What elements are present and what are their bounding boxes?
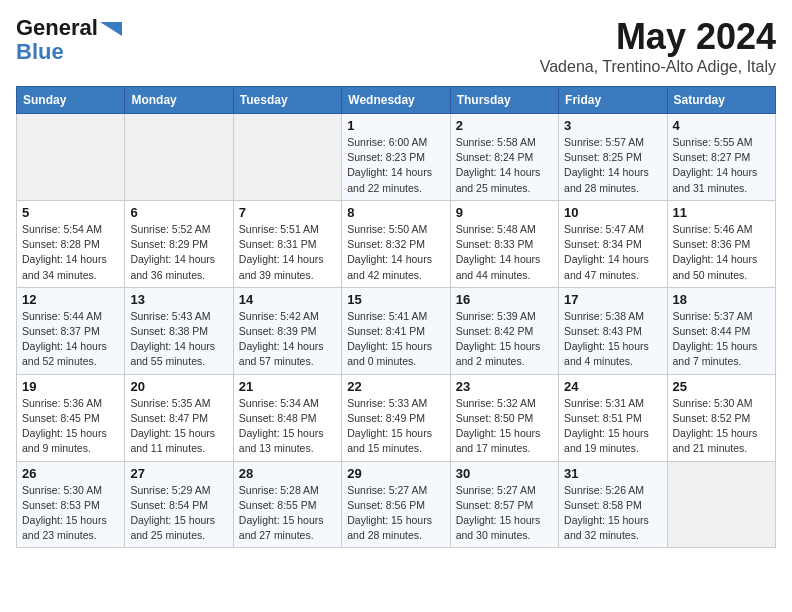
day-info: Sunrise: 5:44 AMSunset: 8:37 PMDaylight:… bbox=[22, 309, 119, 370]
calendar-cell: 25Sunrise: 5:30 AMSunset: 8:52 PMDayligh… bbox=[667, 374, 775, 461]
calendar-cell bbox=[125, 114, 233, 201]
day-number: 17 bbox=[564, 292, 661, 307]
calendar-cell bbox=[17, 114, 125, 201]
calendar-header-wednesday: Wednesday bbox=[342, 87, 450, 114]
day-info: Sunrise: 5:57 AMSunset: 8:25 PMDaylight:… bbox=[564, 135, 661, 196]
day-number: 3 bbox=[564, 118, 661, 133]
calendar-cell: 28Sunrise: 5:28 AMSunset: 8:55 PMDayligh… bbox=[233, 461, 341, 548]
day-info: Sunrise: 5:50 AMSunset: 8:32 PMDaylight:… bbox=[347, 222, 444, 283]
day-number: 8 bbox=[347, 205, 444, 220]
calendar-cell: 5Sunrise: 5:54 AMSunset: 8:28 PMDaylight… bbox=[17, 200, 125, 287]
calendar-week-row: 5Sunrise: 5:54 AMSunset: 8:28 PMDaylight… bbox=[17, 200, 776, 287]
logo-arrow-icon bbox=[100, 22, 122, 36]
day-info: Sunrise: 5:42 AMSunset: 8:39 PMDaylight:… bbox=[239, 309, 336, 370]
calendar-week-row: 1Sunrise: 6:00 AMSunset: 8:23 PMDaylight… bbox=[17, 114, 776, 201]
day-info: Sunrise: 5:55 AMSunset: 8:27 PMDaylight:… bbox=[673, 135, 770, 196]
logo: General Blue bbox=[16, 16, 122, 64]
title-block: May 2024 Vadena, Trentino-Alto Adige, It… bbox=[540, 16, 776, 76]
calendar-cell: 20Sunrise: 5:35 AMSunset: 8:47 PMDayligh… bbox=[125, 374, 233, 461]
day-info: Sunrise: 5:48 AMSunset: 8:33 PMDaylight:… bbox=[456, 222, 553, 283]
calendar-cell: 7Sunrise: 5:51 AMSunset: 8:31 PMDaylight… bbox=[233, 200, 341, 287]
day-number: 23 bbox=[456, 379, 553, 394]
calendar-cell: 4Sunrise: 5:55 AMSunset: 8:27 PMDaylight… bbox=[667, 114, 775, 201]
calendar-cell: 27Sunrise: 5:29 AMSunset: 8:54 PMDayligh… bbox=[125, 461, 233, 548]
day-info: Sunrise: 5:30 AMSunset: 8:52 PMDaylight:… bbox=[673, 396, 770, 457]
calendar-cell: 30Sunrise: 5:27 AMSunset: 8:57 PMDayligh… bbox=[450, 461, 558, 548]
day-number: 9 bbox=[456, 205, 553, 220]
day-info: Sunrise: 5:41 AMSunset: 8:41 PMDaylight:… bbox=[347, 309, 444, 370]
calendar-header-thursday: Thursday bbox=[450, 87, 558, 114]
logo-general: General bbox=[16, 16, 98, 40]
calendar-header-sunday: Sunday bbox=[17, 87, 125, 114]
day-info: Sunrise: 5:34 AMSunset: 8:48 PMDaylight:… bbox=[239, 396, 336, 457]
calendar-cell: 23Sunrise: 5:32 AMSunset: 8:50 PMDayligh… bbox=[450, 374, 558, 461]
day-info: Sunrise: 5:32 AMSunset: 8:50 PMDaylight:… bbox=[456, 396, 553, 457]
location-title: Vadena, Trentino-Alto Adige, Italy bbox=[540, 58, 776, 76]
day-number: 15 bbox=[347, 292, 444, 307]
calendar-cell: 31Sunrise: 5:26 AMSunset: 8:58 PMDayligh… bbox=[559, 461, 667, 548]
day-info: Sunrise: 5:31 AMSunset: 8:51 PMDaylight:… bbox=[564, 396, 661, 457]
calendar-cell: 6Sunrise: 5:52 AMSunset: 8:29 PMDaylight… bbox=[125, 200, 233, 287]
day-number: 25 bbox=[673, 379, 770, 394]
svg-marker-0 bbox=[100, 22, 122, 36]
calendar-cell: 16Sunrise: 5:39 AMSunset: 8:42 PMDayligh… bbox=[450, 287, 558, 374]
logo-blue: Blue bbox=[16, 40, 64, 64]
day-number: 29 bbox=[347, 466, 444, 481]
day-info: Sunrise: 5:30 AMSunset: 8:53 PMDaylight:… bbox=[22, 483, 119, 544]
calendar-header-row: SundayMondayTuesdayWednesdayThursdayFrid… bbox=[17, 87, 776, 114]
calendar-cell: 13Sunrise: 5:43 AMSunset: 8:38 PMDayligh… bbox=[125, 287, 233, 374]
calendar-cell bbox=[667, 461, 775, 548]
day-info: Sunrise: 5:46 AMSunset: 8:36 PMDaylight:… bbox=[673, 222, 770, 283]
day-number: 14 bbox=[239, 292, 336, 307]
day-number: 16 bbox=[456, 292, 553, 307]
day-info: Sunrise: 5:29 AMSunset: 8:54 PMDaylight:… bbox=[130, 483, 227, 544]
day-number: 7 bbox=[239, 205, 336, 220]
calendar-cell: 10Sunrise: 5:47 AMSunset: 8:34 PMDayligh… bbox=[559, 200, 667, 287]
day-number: 24 bbox=[564, 379, 661, 394]
day-info: Sunrise: 5:28 AMSunset: 8:55 PMDaylight:… bbox=[239, 483, 336, 544]
calendar-cell: 15Sunrise: 5:41 AMSunset: 8:41 PMDayligh… bbox=[342, 287, 450, 374]
calendar-cell: 14Sunrise: 5:42 AMSunset: 8:39 PMDayligh… bbox=[233, 287, 341, 374]
calendar-cell: 19Sunrise: 5:36 AMSunset: 8:45 PMDayligh… bbox=[17, 374, 125, 461]
calendar-cell: 9Sunrise: 5:48 AMSunset: 8:33 PMDaylight… bbox=[450, 200, 558, 287]
day-number: 30 bbox=[456, 466, 553, 481]
day-info: Sunrise: 5:36 AMSunset: 8:45 PMDaylight:… bbox=[22, 396, 119, 457]
day-info: Sunrise: 5:27 AMSunset: 8:56 PMDaylight:… bbox=[347, 483, 444, 544]
day-number: 26 bbox=[22, 466, 119, 481]
day-info: Sunrise: 5:27 AMSunset: 8:57 PMDaylight:… bbox=[456, 483, 553, 544]
calendar-cell: 29Sunrise: 5:27 AMSunset: 8:56 PMDayligh… bbox=[342, 461, 450, 548]
day-info: Sunrise: 5:38 AMSunset: 8:43 PMDaylight:… bbox=[564, 309, 661, 370]
calendar-table: SundayMondayTuesdayWednesdayThursdayFrid… bbox=[16, 86, 776, 548]
calendar-week-row: 12Sunrise: 5:44 AMSunset: 8:37 PMDayligh… bbox=[17, 287, 776, 374]
calendar-cell: 18Sunrise: 5:37 AMSunset: 8:44 PMDayligh… bbox=[667, 287, 775, 374]
day-number: 6 bbox=[130, 205, 227, 220]
calendar-cell: 21Sunrise: 5:34 AMSunset: 8:48 PMDayligh… bbox=[233, 374, 341, 461]
day-info: Sunrise: 5:52 AMSunset: 8:29 PMDaylight:… bbox=[130, 222, 227, 283]
calendar-cell: 26Sunrise: 5:30 AMSunset: 8:53 PMDayligh… bbox=[17, 461, 125, 548]
calendar-week-row: 26Sunrise: 5:30 AMSunset: 8:53 PMDayligh… bbox=[17, 461, 776, 548]
calendar-cell: 11Sunrise: 5:46 AMSunset: 8:36 PMDayligh… bbox=[667, 200, 775, 287]
day-number: 20 bbox=[130, 379, 227, 394]
day-info: Sunrise: 5:54 AMSunset: 8:28 PMDaylight:… bbox=[22, 222, 119, 283]
calendar-cell: 2Sunrise: 5:58 AMSunset: 8:24 PMDaylight… bbox=[450, 114, 558, 201]
calendar-week-row: 19Sunrise: 5:36 AMSunset: 8:45 PMDayligh… bbox=[17, 374, 776, 461]
day-number: 18 bbox=[673, 292, 770, 307]
day-number: 28 bbox=[239, 466, 336, 481]
day-number: 11 bbox=[673, 205, 770, 220]
day-number: 27 bbox=[130, 466, 227, 481]
calendar-cell: 1Sunrise: 6:00 AMSunset: 8:23 PMDaylight… bbox=[342, 114, 450, 201]
day-info: Sunrise: 5:33 AMSunset: 8:49 PMDaylight:… bbox=[347, 396, 444, 457]
calendar-header-friday: Friday bbox=[559, 87, 667, 114]
page-header: General Blue May 2024 Vadena, Trentino-A… bbox=[16, 16, 776, 76]
day-info: Sunrise: 5:35 AMSunset: 8:47 PMDaylight:… bbox=[130, 396, 227, 457]
day-number: 21 bbox=[239, 379, 336, 394]
calendar-header-tuesday: Tuesday bbox=[233, 87, 341, 114]
day-info: Sunrise: 5:51 AMSunset: 8:31 PMDaylight:… bbox=[239, 222, 336, 283]
day-number: 2 bbox=[456, 118, 553, 133]
day-number: 31 bbox=[564, 466, 661, 481]
month-title: May 2024 bbox=[540, 16, 776, 58]
calendar-cell: 12Sunrise: 5:44 AMSunset: 8:37 PMDayligh… bbox=[17, 287, 125, 374]
day-number: 12 bbox=[22, 292, 119, 307]
day-info: Sunrise: 5:37 AMSunset: 8:44 PMDaylight:… bbox=[673, 309, 770, 370]
day-info: Sunrise: 5:47 AMSunset: 8:34 PMDaylight:… bbox=[564, 222, 661, 283]
